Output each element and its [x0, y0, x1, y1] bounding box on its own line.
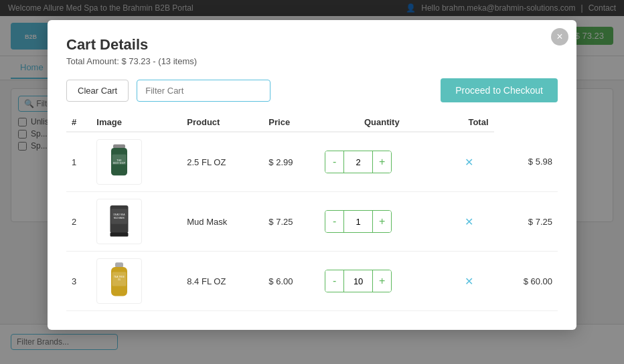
modal-overlay: × Cart Details Total Amount: $ 73.23 - (… — [0, 0, 624, 364]
quantity-control-2: - + — [325, 210, 392, 233]
col-header-quantity: Quantity — [319, 113, 444, 132]
table-row: 3 TEA TREE OIL 8.4 FL OZ $ 6.00 - + — [66, 252, 558, 311]
qty-decrease-1[interactable]: - — [325, 151, 343, 173]
filter-cart-input[interactable] — [137, 80, 270, 102]
modal-close-button[interactable]: × — [551, 28, 568, 46]
row-total-1: $ 5.98 — [494, 132, 558, 192]
modal-title: Cart Details — [66, 36, 558, 54]
qty-increase-3[interactable]: + — [373, 270, 391, 292]
svg-text:BODY SHOP: BODY SHOP — [113, 162, 125, 165]
product-image-1: THE BODY SHOP — [96, 139, 142, 185]
row-quantity-2: - + — [319, 192, 444, 252]
qty-input-2[interactable] — [343, 211, 373, 232]
row-remove-3: ✕ — [445, 252, 494, 311]
table-row: 1 THE BODY SHOP 2.5 FL OZ $ 2.99 - + — [66, 132, 558, 192]
table-row: 2 DEAD SEA MUD MASK Mud Mask $ 7.25 - + — [66, 192, 558, 252]
remove-item-button-3[interactable]: ✕ — [462, 272, 476, 290]
svg-text:DEAD SEA: DEAD SEA — [114, 213, 126, 216]
col-header-price: Price — [263, 113, 319, 132]
row-total-3: $ 60.00 — [494, 252, 558, 311]
qty-increase-1[interactable]: + — [373, 151, 391, 173]
qty-input-1[interactable] — [343, 151, 373, 173]
row-product-3: 8.4 FL OZ — [181, 252, 263, 311]
svg-rect-11 — [110, 233, 129, 237]
col-header-total: Total — [445, 113, 494, 132]
col-header-num: # — [66, 113, 91, 132]
row-num-1: 1 — [66, 132, 91, 192]
cart-details-modal: × Cart Details Total Amount: $ 73.23 - (… — [48, 20, 576, 330]
row-quantity-3: - + — [319, 252, 444, 311]
row-product-1: 2.5 FL OZ — [181, 132, 263, 192]
table-header-row: # Image Product Price Quantity Total — [66, 113, 558, 132]
row-image-1: THE BODY SHOP — [91, 132, 181, 192]
row-price-3: $ 6.00 — [263, 252, 319, 311]
product-image-2: DEAD SEA MUD MASK — [96, 199, 142, 244]
quantity-control-1: - + — [325, 151, 392, 173]
row-price-2: $ 7.25 — [263, 192, 319, 252]
product-image-3: TEA TREE OIL — [96, 258, 142, 304]
qty-decrease-3[interactable]: - — [325, 270, 343, 292]
row-image-2: DEAD SEA MUD MASK — [91, 192, 181, 252]
row-image-3: TEA TREE OIL — [91, 252, 181, 311]
row-price-1: $ 2.99 — [263, 132, 319, 192]
modal-subtitle: Total Amount: $ 73.23 - (13 items) — [66, 56, 558, 66]
row-remove-2: ✕ — [445, 192, 494, 252]
remove-item-button-2[interactable]: ✕ — [462, 213, 476, 231]
row-quantity-1: - + — [319, 132, 444, 192]
col-header-image: Image — [91, 113, 181, 132]
svg-rect-2 — [113, 145, 125, 149]
qty-decrease-2[interactable]: - — [325, 211, 343, 232]
row-num-2: 2 — [66, 192, 91, 252]
qty-input-3[interactable] — [343, 270, 373, 292]
svg-text:TEA TREE: TEA TREE — [114, 276, 125, 278]
svg-text:MUD MASK: MUD MASK — [114, 217, 125, 219]
col-header-product: Product — [181, 113, 263, 132]
modal-action-bar: Clear Cart Proceed to Checkout — [66, 78, 558, 102]
row-total-2: $ 7.25 — [494, 192, 558, 252]
remove-item-button-1[interactable]: ✕ — [462, 153, 476, 171]
svg-rect-12 — [115, 262, 123, 268]
proceed-to-checkout-button[interactable]: Proceed to Checkout — [441, 78, 558, 102]
qty-increase-2[interactable]: + — [373, 211, 391, 232]
row-num-3: 3 — [66, 252, 91, 311]
svg-text:OIL: OIL — [118, 278, 121, 281]
row-product-2: Mud Mask — [181, 192, 263, 252]
quantity-control-3: - + — [325, 270, 392, 292]
svg-rect-8 — [111, 209, 127, 224]
svg-text:THE: THE — [117, 159, 123, 162]
clear-cart-button[interactable]: Clear Cart — [66, 80, 129, 102]
row-remove-1: ✕ — [445, 132, 494, 192]
cart-table: # Image Product Price Quantity Total 1 T… — [66, 113, 558, 311]
page-background: Welcome Allure Med Spa to the Brahmin B2… — [0, 0, 624, 364]
